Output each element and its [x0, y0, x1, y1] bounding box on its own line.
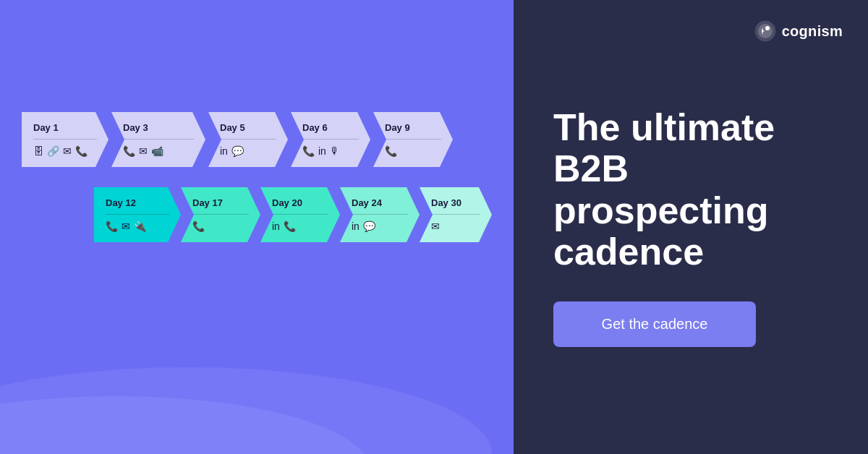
- linkedin-icon: in: [318, 145, 326, 157]
- phone-icon: 📞: [75, 145, 88, 157]
- linkedin-icon: in: [220, 145, 228, 157]
- chat-icon: 💬: [231, 145, 244, 157]
- divider: [272, 214, 328, 215]
- cognism-logo-icon: [754, 20, 776, 42]
- divider: [385, 139, 441, 140]
- day30-label: Day 30: [431, 197, 480, 208]
- mic-icon: 🎙: [330, 145, 340, 157]
- phone-icon: 📞: [106, 220, 118, 232]
- day24-card: Day 24 in 💬: [340, 187, 420, 242]
- divider: [302, 139, 359, 140]
- left-panel: Day 1 🗄 🔗 ✉ 📞 Day 3 📞 ✉ 📹: [0, 0, 514, 454]
- day24-icons: in 💬: [352, 220, 408, 232]
- phone-icon: 📞: [192, 220, 205, 232]
- row1: Day 1 🗄 🔗 ✉ 📞 Day 3 📞 ✉ 📹: [22, 112, 499, 167]
- day6-icons: 📞 in 🎙: [302, 145, 359, 157]
- link-icon: 🔗: [47, 145, 59, 157]
- divider: [352, 214, 408, 215]
- day9-label: Day 9: [385, 122, 441, 133]
- cards-container: Day 1 🗄 🔗 ✉ 📞 Day 3 📞 ✉ 📹: [22, 112, 499, 242]
- chat-icon: 💬: [363, 220, 375, 232]
- email-icon: ✉: [431, 220, 440, 232]
- day17-label: Day 17: [192, 197, 249, 208]
- phone-icon: 📞: [385, 145, 397, 157]
- day6-card: Day 6 📞 in 🎙: [291, 112, 370, 167]
- row2: Day 12 📞 ✉ 🔌 Day 17 📞 Day: [94, 187, 499, 242]
- day20-label: Day 20: [272, 197, 328, 208]
- day1-icons: 🗄 🔗 ✉ 📞: [33, 145, 97, 157]
- divider: [431, 214, 480, 215]
- divider: [33, 139, 97, 140]
- email-icon: ✉: [139, 145, 148, 157]
- day3-card: Day 3 📞 ✉ 📹: [111, 112, 205, 167]
- logo-area: cognism: [754, 20, 843, 42]
- divider: [192, 214, 249, 215]
- day24-label: Day 24: [352, 197, 408, 208]
- wave-decoration: [0, 338, 514, 454]
- svg-point-4: [765, 26, 770, 30]
- divider: [123, 139, 194, 140]
- day9-card: Day 9 📞: [373, 112, 453, 167]
- day20-icons: in 📞: [272, 220, 328, 232]
- usb-icon: 🔌: [134, 220, 146, 232]
- day30-icons: ✉: [431, 220, 480, 232]
- day3-icons: 📞 ✉ 📹: [123, 145, 194, 157]
- video-icon: 📹: [151, 145, 163, 157]
- divider: [106, 214, 169, 215]
- day1-card: Day 1 🗄 🔗 ✉ 📞: [22, 112, 109, 167]
- day5-icons: in 💬: [220, 145, 276, 157]
- day12-icons: 📞 ✉ 🔌: [106, 220, 169, 232]
- linkedin-icon: 🗄: [33, 145, 43, 157]
- day3-label: Day 3: [123, 122, 194, 133]
- day30-card: Day 30 ✉: [420, 187, 492, 242]
- divider: [220, 139, 276, 140]
- email-icon: ✉: [63, 145, 72, 157]
- phone-icon: 📞: [284, 220, 296, 232]
- day5-card: Day 5 in 💬: [208, 112, 288, 167]
- day5-label: Day 5: [220, 122, 276, 133]
- linkedin-icon: in: [272, 220, 280, 232]
- right-panel: cognism The ultimate B2B prospecting cad…: [514, 0, 868, 454]
- logo-text: cognism: [782, 23, 843, 40]
- day12-card: Day 12 📞 ✉ 🔌: [94, 187, 181, 242]
- headline: The ultimate B2B prospecting cadence: [553, 107, 828, 273]
- day12-label: Day 12: [106, 197, 169, 208]
- day1-label: Day 1: [33, 122, 97, 133]
- day6-label: Day 6: [302, 122, 359, 133]
- day20-card: Day 20 in 📞: [260, 187, 340, 242]
- email-icon: ✉: [122, 220, 130, 232]
- cta-button[interactable]: Get the cadence: [553, 301, 756, 347]
- phone-icon: 📞: [302, 145, 315, 157]
- day17-icons: 📞: [192, 220, 249, 232]
- day9-icons: 📞: [385, 145, 441, 157]
- day17-card: Day 17 📞: [181, 187, 260, 242]
- linkedin-icon: in: [352, 220, 359, 232]
- phone-icon: 📞: [123, 145, 135, 157]
